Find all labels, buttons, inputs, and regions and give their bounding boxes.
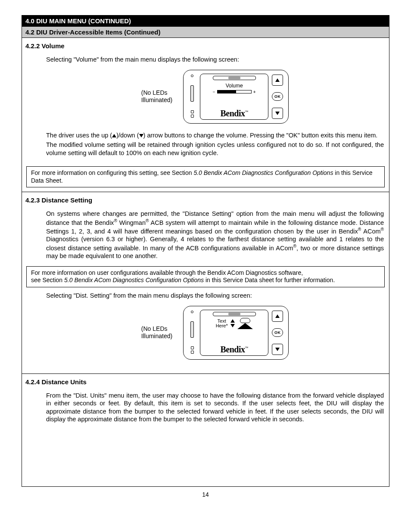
chevron-down-icon <box>275 112 280 115</box>
up-arrow-icon <box>112 134 116 137</box>
led-bar <box>190 321 194 338</box>
dist-setting-note: For more information on user configurati… <box>26 266 385 287</box>
dist-units-body: From the "Dist. Units" menu item, the us… <box>22 387 389 486</box>
volume-intro: Selecting "Volume" from the main menu di… <box>46 56 384 64</box>
volume-note: For more information on configuring this… <box>26 166 385 187</box>
fig-label-l1: (No LEDs <box>141 325 168 332</box>
led-squares <box>191 110 194 119</box>
page-frame: 4.0 DIU MAIN MENU (CONTINUED) 4.2 DIU Dr… <box>22 15 389 487</box>
dist-fig-label: (No LEDs Illuminated) <box>141 325 172 340</box>
dist-setting-intro2: Selecting "Dist. Setting" from the main … <box>46 292 384 300</box>
brand-logo: Bendix™ <box>221 109 248 118</box>
led-strip <box>188 75 196 119</box>
led-squares <box>191 346 194 355</box>
screen-title: Volume <box>226 83 243 89</box>
chevron-up-icon <box>275 78 280 82</box>
diu-device-dist: TextHere* Bendix™ OK <box>183 306 289 360</box>
speaker-slot <box>213 76 256 80</box>
dist-setting-body: On systems where changes are permitted, … <box>22 205 389 264</box>
dist-units-para1: From the "Dist. Units" menu item, the us… <box>46 392 384 423</box>
down-button[interactable] <box>272 108 283 119</box>
screen-text: TextHere* <box>216 319 228 328</box>
speaker-slot <box>213 312 256 316</box>
minus-sign: − <box>213 90 215 94</box>
dist-setting-body2: Selecting "Dist. Setting" from the main … <box>22 292 389 373</box>
button-column: OK <box>272 311 284 355</box>
chevron-up-icon <box>275 314 280 318</box>
ok-button[interactable]: OK <box>272 328 283 337</box>
led-strip <box>188 311 196 355</box>
fig-label-l1: (No LEDs <box>141 89 168 96</box>
up-button[interactable] <box>272 75 283 86</box>
up-down-arrows-icon <box>230 319 235 327</box>
led-bar <box>190 85 194 102</box>
heading-volume: 4.2.2 Volume <box>22 38 389 51</box>
volume-bar-row: − + <box>213 90 256 94</box>
down-button[interactable] <box>272 344 283 355</box>
button-column: OK <box>272 75 284 119</box>
heading-dist-units: 4.2.4 Distance Units <box>22 373 389 387</box>
volume-figure: (No LEDs Illuminated) Volume − <box>46 70 384 124</box>
brand-logo: Bendix™ <box>221 345 248 355</box>
led-dot <box>191 75 193 77</box>
volume-bar <box>217 90 252 93</box>
heading-dist-setting: 4.2.3 Distance Setting <box>22 192 389 205</box>
fig-label-l2: Illuminated) <box>141 96 172 103</box>
diu-screen: TextHere* Bendix™ <box>200 310 268 356</box>
volume-fig-label: (No LEDs Illuminated) <box>141 89 172 104</box>
plus-sign: + <box>253 90 256 94</box>
volume-para1: The driver uses the up ()/down () arrow … <box>46 131 384 140</box>
diu-screen: Volume − + Bendix™ <box>200 74 268 120</box>
down-arrow-icon <box>139 134 143 137</box>
dist-setting-figure: (No LEDs Illuminated) TextHere* <box>46 306 384 360</box>
section-header-sub: 4.2 DIU Driver-Accessible Items (Continu… <box>22 26 389 38</box>
led-dot <box>191 311 193 313</box>
led-square <box>191 115 194 118</box>
section-header-main: 4.0 DIU MAIN MENU (CONTINUED) <box>22 16 389 26</box>
volume-body: Selecting "Volume" from the main menu di… <box>22 51 389 165</box>
car-road-icon <box>237 318 253 329</box>
up-button[interactable] <box>272 311 283 322</box>
page-number: 14 <box>22 491 389 498</box>
dist-setting-para1: On systems where changes are permitted, … <box>46 210 384 260</box>
volume-para2: The modified volume setting will be reta… <box>46 141 384 157</box>
ok-button[interactable]: OK <box>272 92 283 101</box>
dist-graphic: TextHere* <box>216 318 253 329</box>
chevron-down-icon <box>275 348 280 351</box>
fig-label-l2: Illuminated) <box>141 333 172 339</box>
led-square <box>191 351 194 354</box>
led-square <box>191 110 194 113</box>
led-square <box>191 346 194 349</box>
diu-device-volume: Volume − + Bendix™ OK <box>183 70 289 124</box>
